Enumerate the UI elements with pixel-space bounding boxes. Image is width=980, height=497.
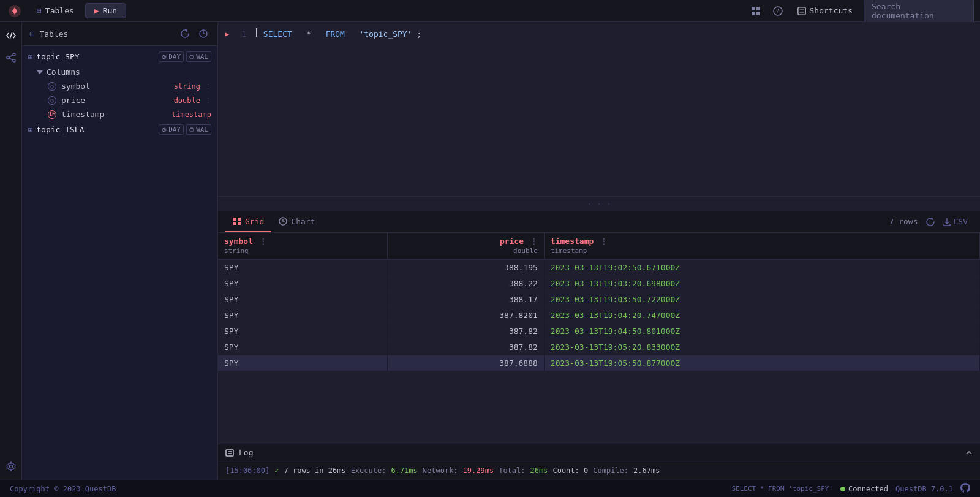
code-content: SELECT * FROM 'topic_SPY' ; [256, 28, 421, 40]
timestamp-type-icon: IF [48, 110, 56, 119]
tag-wal-tsla: WAL [186, 124, 211, 135]
table-row[interactable]: SPY 388.17 2023-03-13T19:03:50.722000Z [218, 292, 980, 308]
table-row-tsla[interactable]: ⊞ topic_TSLA DAY WAL [22, 121, 217, 138]
price-type-icon: ○ [48, 96, 56, 105]
refresh-tables-btn[interactable] [178, 27, 192, 40]
cell-price: 387.82 [387, 340, 544, 355]
svg-rect-8 [797, 7, 805, 14]
rows-count: 7 rows [889, 217, 918, 226]
table-icon-tsla: ⊞ [28, 126, 32, 134]
bottom-panel: Grid Chart 7 rows [218, 211, 980, 444]
table-row[interactable]: SPY 388.22 2023-03-13T19:03:20.698000Z [218, 276, 980, 292]
code-line-1: ▶ 1 SELECT * FROM 'topic_SPY' ; [218, 27, 980, 42]
sidebar-icon-code[interactable] [2, 27, 20, 44]
log-icon [225, 449, 234, 457]
tables-panel: ⊞ Tables ⊞ topic_SPY [22, 22, 218, 480]
col-header-timestamp[interactable]: timestamp ⋮ timestamp [544, 233, 979, 259]
column-row-price[interactable]: ○ price double ⋮ [22, 93, 217, 107]
svg-rect-28 [238, 218, 241, 221]
cell-timestamp: 2023-03-13T19:04:20.747000Z [544, 308, 979, 324]
editor-resize-handle[interactable]: · · · [218, 197, 980, 211]
cell-timestamp: 2023-03-13T19:02:50.671000Z [544, 259, 979, 276]
status-right: SELECT * FROM 'topic_SPY' Connected Ques… [731, 483, 970, 495]
table-row[interactable]: SPY 387.82 2023-03-13T19:05:20.833000Z [218, 340, 980, 355]
search-docs-input[interactable]: Search documentation [864, 0, 974, 23]
log-time: [15:06:00] [225, 466, 270, 475]
main-layout: ⊞ Tables ⊞ topic_SPY [0, 22, 980, 480]
svg-line-15 [9, 55, 13, 57]
resize-handle-price[interactable]: ⋮ [205, 97, 211, 104]
log-network-val: 19.29ms [463, 466, 494, 475]
cell-timestamp: 2023-03-13T19:03:20.698000Z [544, 276, 979, 292]
cell-symbol: SPY [218, 324, 387, 340]
col-header-price[interactable]: price ⋮ double [387, 233, 544, 259]
grid-icon-btn[interactable] [747, 2, 764, 20]
cell-symbol: SPY [218, 276, 387, 292]
tables-panel-title: Tables [39, 29, 173, 39]
data-grid[interactable]: symbol ⋮ string price ⋮ double timestamp… [218, 233, 980, 444]
kw-table-name: 'topic_SPY' [359, 29, 412, 39]
play-icon: ▶ [94, 6, 99, 15]
cell-price: 388.17 [387, 292, 544, 308]
triangle-down-icon [37, 70, 43, 74]
refresh-results-btn[interactable] [923, 214, 938, 229]
csv-export-btn[interactable]: CSV [938, 216, 973, 227]
column-row-timestamp[interactable]: IF timestamp timestamp [22, 107, 217, 121]
shortcuts-button[interactable]: Shortcuts [791, 4, 859, 18]
log-title: Log [239, 448, 960, 457]
clock-tables-btn[interactable] [197, 27, 210, 40]
cell-symbol: SPY [218, 355, 387, 371]
help-icon-btn[interactable]: ? [769, 2, 786, 20]
columns-toggle[interactable]: Columns [22, 65, 217, 79]
log-count: Count: 0 [552, 466, 588, 475]
run-button[interactable]: ▶ Run [85, 3, 126, 18]
editor-area: ▶ 1 SELECT * FROM 'topic_SPY' ; · · · [218, 22, 980, 480]
resize-handle-symbol[interactable]: ⋮ [205, 83, 211, 89]
cell-price: 387.8201 [387, 308, 544, 324]
tab-chart[interactable]: Chart [271, 212, 322, 232]
col-header-symbol[interactable]: symbol ⋮ string [218, 233, 387, 259]
sidebar-icon-share[interactable] [2, 49, 20, 66]
kw-select: SELECT [263, 29, 292, 39]
svg-rect-29 [233, 222, 236, 225]
svg-point-14 [13, 59, 15, 62]
table-header-icon: ⊞ [29, 29, 34, 39]
nav-right: ? Shortcuts Search documentation [747, 0, 974, 23]
bottom-tabs: Grid Chart 7 rows [218, 211, 980, 233]
table-row[interactable]: SPY 388.195 2023-03-13T19:02:50.671000Z [218, 259, 980, 276]
column-name-timestamp: timestamp [61, 110, 167, 119]
code-editor[interactable]: ▶ 1 SELECT * FROM 'topic_SPY' ; [218, 22, 980, 197]
sidebar-icon-settings[interactable] [2, 458, 20, 475]
tables-nav-label: Tables [45, 6, 74, 15]
table-row-spy[interactable]: ⊞ topic_SPY DAY WAL [22, 48, 217, 65]
table-row[interactable]: SPY 387.8201 2023-03-13T19:04:20.747000Z [218, 308, 980, 324]
log-network-label: Network: [423, 466, 458, 475]
table-row[interactable]: SPY 387.6888 2023-03-13T19:05:50.877000Z [218, 355, 980, 371]
logo [6, 2, 23, 20]
kw-star: * [306, 29, 311, 39]
sidebar-icons-bottom [2, 458, 20, 475]
column-row-symbol[interactable]: ○ symbol string ⋮ [22, 79, 217, 93]
svg-rect-2 [752, 7, 755, 10]
cell-timestamp: 2023-03-13T19:05:50.877000Z [544, 355, 979, 371]
svg-line-11 [10, 32, 12, 39]
table-tags-tsla: DAY WAL [159, 124, 211, 135]
table-row[interactable]: SPY 387.82 2023-03-13T19:04:50.801000Z [218, 324, 980, 340]
table-tags-spy: DAY WAL [159, 51, 211, 62]
tables-header: ⊞ Tables [22, 22, 217, 46]
csv-label: CSV [954, 217, 968, 226]
svg-point-1 [13, 9, 17, 13]
log-collapse-icon[interactable] [965, 449, 973, 457]
log-header[interactable]: Log [218, 444, 980, 461]
github-icon[interactable] [960, 483, 970, 495]
tab-grid[interactable]: Grid [225, 212, 271, 232]
log-execute-label: Execute: [351, 466, 386, 475]
copyright: Copyright © 2023 QuestDB [10, 485, 722, 493]
sidebar-icons [0, 22, 22, 480]
kw-from: FROM [326, 29, 345, 39]
log-check: ✓ [274, 466, 279, 475]
table-icon-spy: ⊞ [28, 53, 32, 61]
tab-chart-label: Chart [291, 217, 315, 226]
tables-nav-item[interactable]: ⊞ Tables [31, 4, 80, 18]
table-header-row: symbol ⋮ string price ⋮ double timestamp… [218, 233, 980, 259]
